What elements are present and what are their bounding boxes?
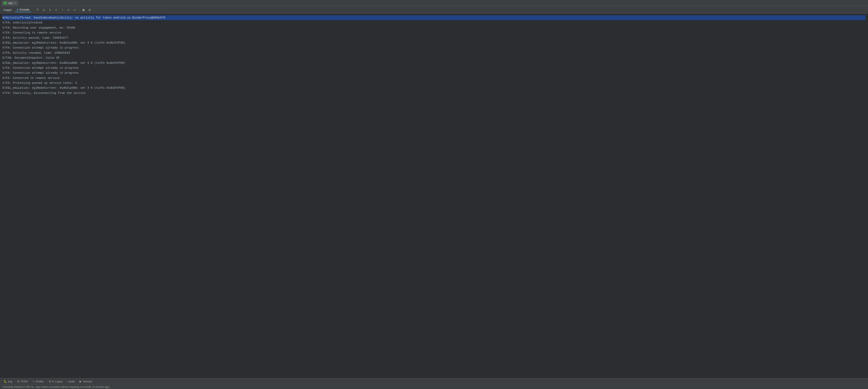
console-tab[interactable]: ▶ Console bbox=[15, 7, 31, 12]
log-line[interactable]: V/FA: Recording user engagement, ms: 554… bbox=[2, 25, 866, 30]
toolbar-btn-7[interactable]: ▦ bbox=[81, 7, 86, 12]
toolbar-divider-2 bbox=[79, 8, 79, 12]
toolbar-btn-1[interactable]: ↺ bbox=[41, 7, 46, 12]
console-area[interactable]: W/ActivityThread: handleWindowVisibility… bbox=[0, 13, 868, 378]
log-line[interactable]: V/FA: Activity resumed, time: 158091819 bbox=[2, 51, 866, 55]
app-tab[interactable]: app ✕ bbox=[2, 1, 18, 6]
bottom-tab-profiler[interactable]: ∿Profiler bbox=[31, 379, 46, 384]
debugger-tab[interactable]: bugger bbox=[2, 8, 14, 12]
log-line[interactable]: D/TAG: DocumentSnapshot: Colon SF bbox=[2, 55, 866, 60]
log-line[interactable]: V/FA: Connection attempt already in prog… bbox=[2, 65, 866, 70]
log-line[interactable]: V/FA: Processing queued up service tasks… bbox=[2, 80, 866, 86]
bottom-tab-icon-0: 🐛 bbox=[4, 380, 7, 383]
bottom-bar: 🐛bug☰TODO∿Profiler☰6: Logcat\Build▶Termi… bbox=[0, 378, 868, 385]
toolbar-btn-5[interactable]: ↩ bbox=[66, 7, 71, 12]
log-line[interactable]: D/EGL_emulation: eglMakeCurrent: 0xdb31a… bbox=[2, 40, 866, 45]
log-line[interactable]: V/FA: Inactivity, disconnecting from the… bbox=[2, 91, 866, 96]
title-bar: app ✕ bbox=[0, 0, 868, 6]
toolbar-btn-6[interactable]: ↪ bbox=[72, 7, 77, 12]
bottom-tab-icon-5: ▶ bbox=[80, 380, 82, 383]
bottom-tab-build[interactable]: \Build bbox=[65, 379, 77, 384]
tab-close-button[interactable]: ✕ bbox=[14, 2, 16, 4]
bottom-tab-bug[interactable]: 🐛bug bbox=[2, 379, 14, 384]
bottom-tab-label-4: Build bbox=[69, 380, 75, 383]
toolbar-btn-8[interactable]: ⚙ bbox=[87, 7, 92, 12]
bottom-tab-label-1: TODO bbox=[21, 380, 28, 383]
log-line[interactable]: V/FA: Connecting to remote service bbox=[2, 30, 866, 35]
bottom-tab-label-0: bug bbox=[8, 380, 12, 383]
toolbar-menu-btn[interactable]: ≡ bbox=[35, 7, 40, 12]
bottom-tab-icon-2: ∿ bbox=[33, 380, 35, 383]
bottom-tab-icon-1: ☰ bbox=[17, 380, 20, 383]
console-tab-label: Console bbox=[19, 8, 29, 11]
log-line[interactable]: V/FA: Connection attempt already in prog… bbox=[2, 45, 866, 50]
bottom-tab-terminal[interactable]: ▶Terminal bbox=[78, 379, 94, 384]
bottom-tab-icon-3: ☰ bbox=[49, 380, 51, 383]
app-tab-label: app bbox=[8, 1, 13, 4]
toolbar-btn-3[interactable]: ⬆ bbox=[53, 7, 59, 12]
log-line[interactable]: V/FA: Connection attempt already in prog… bbox=[2, 70, 866, 75]
bottom-tab-icon-4: \ bbox=[67, 380, 68, 383]
log-line[interactable]: W/ActivityThread: handleWindowVisibility… bbox=[2, 15, 866, 20]
toolbar: bugger ▶ Console ≡ ↺ ⬇ ⬆ ↑ ↩ ↪ ▦ ⚙ bbox=[0, 6, 868, 13]
bottom-tab-label-3: 6: Logcat bbox=[52, 380, 62, 383]
bottom-tab-label-5: Terminal bbox=[83, 380, 92, 383]
bottom-tab-label-2: Profiler bbox=[36, 380, 44, 383]
log-line[interactable]: V/FA: Activity paused, time: 158091677 bbox=[2, 35, 866, 40]
toolbar-btn-2[interactable]: ⬇ bbox=[47, 7, 53, 12]
status-text: ccessfully finished in 356 ms.: App rest… bbox=[2, 386, 110, 388]
log-line[interactable]: D/EGL_emulation: eglMakeCurrent: 0xdb31a… bbox=[2, 61, 866, 65]
log-line[interactable]: D/FA: Connected to remote service bbox=[2, 75, 866, 80]
log-line[interactable]: V/FA: onActivityCreated bbox=[2, 20, 866, 25]
bottom-tab-todo[interactable]: ☰TODO bbox=[15, 379, 30, 384]
debugger-label: bugger bbox=[4, 8, 12, 11]
status-bar: ccessfully finished in 356 ms.: App rest… bbox=[0, 385, 868, 389]
toolbar-btn-4[interactable]: ↑ bbox=[60, 7, 65, 12]
app-icon bbox=[4, 1, 7, 5]
bottom-tab-6--logcat[interactable]: ☰6: Logcat bbox=[47, 379, 64, 384]
console-tab-arrow: ▶ bbox=[17, 8, 19, 11]
log-line[interactable]: D/EGL_emulation: eglMakeCurrent: 0xdb31a… bbox=[2, 86, 866, 90]
